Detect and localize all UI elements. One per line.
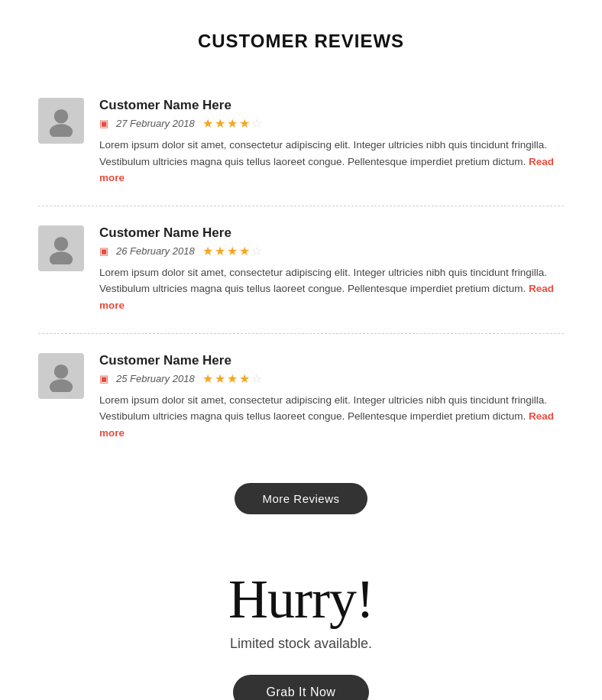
star-filled-icon: ★ <box>227 116 238 131</box>
star-filled-icon: ★ <box>215 371 225 386</box>
star-filled-icon: ★ <box>227 244 238 258</box>
calendar-icon: ▣ <box>99 118 108 129</box>
hurry-section: Hurry! Limited stock available. Grab It … <box>38 553 564 700</box>
review-date: 26 February 2018 <box>116 245 195 257</box>
svg-point-3 <box>50 251 73 264</box>
svg-point-2 <box>54 237 68 251</box>
star-filled-icon: ★ <box>215 244 225 258</box>
review-text: Lorem ipsum dolor sit amet, consectetur … <box>99 137 564 186</box>
review-content: Customer Name Here ▣ 27 February 2018 ★★… <box>99 98 564 186</box>
star-rating: ★★★★☆ <box>202 244 262 258</box>
calendar-icon: ▣ <box>99 373 108 384</box>
review-item: Customer Name Here ▣ 25 February 2018 ★★… <box>38 334 564 461</box>
star-rating: ★★★★☆ <box>202 371 262 386</box>
hurry-title: Hurry! <box>38 568 564 631</box>
star-filled-icon: ★ <box>239 371 250 386</box>
review-meta: ▣ 26 February 2018 ★★★★☆ <box>99 244 564 258</box>
review-date: 27 February 2018 <box>116 118 195 129</box>
calendar-icon: ▣ <box>99 245 108 257</box>
star-filled-icon: ★ <box>202 116 213 131</box>
review-item: Customer Name Here ▣ 27 February 2018 ★★… <box>38 79 564 206</box>
reviewer-name: Customer Name Here <box>99 225 564 241</box>
reviewer-name: Customer Name Here <box>99 353 564 368</box>
star-empty-icon: ☆ <box>251 116 262 131</box>
svg-point-5 <box>50 379 73 392</box>
more-reviews-button[interactable]: More Reviews <box>235 483 367 514</box>
star-filled-icon: ★ <box>227 371 238 386</box>
review-text: Lorem ipsum dolor sit amet, consectetur … <box>99 392 564 442</box>
star-filled-icon: ★ <box>202 371 213 386</box>
review-item: Customer Name Here ▣ 26 February 2018 ★★… <box>38 206 564 334</box>
read-more-link[interactable]: Read more <box>99 410 554 439</box>
review-meta: ▣ 25 February 2018 ★★★★☆ <box>99 371 564 386</box>
section-title: CUSTOMER REVIEWS <box>38 31 564 52</box>
star-filled-icon: ★ <box>239 116 250 131</box>
review-content: Customer Name Here ▣ 25 February 2018 ★★… <box>99 353 564 442</box>
avatar <box>38 353 84 399</box>
reviewer-name: Customer Name Here <box>99 98 564 113</box>
read-more-link[interactable]: Read more <box>99 156 554 184</box>
hurry-subtitle: Limited stock available. <box>38 636 564 652</box>
page-wrapper: CUSTOMER REVIEWS Customer Name Here ▣ 27… <box>0 0 602 700</box>
review-date: 25 February 2018 <box>116 373 195 384</box>
star-rating: ★★★★☆ <box>202 116 262 131</box>
star-filled-icon: ★ <box>239 244 250 258</box>
avatar <box>38 225 84 271</box>
svg-point-0 <box>54 109 68 123</box>
star-filled-icon: ★ <box>215 116 225 131</box>
svg-point-1 <box>50 124 73 137</box>
star-empty-icon: ☆ <box>251 371 262 386</box>
read-more-link[interactable]: Read more <box>99 283 554 311</box>
review-meta: ▣ 27 February 2018 ★★★★☆ <box>99 116 564 131</box>
star-empty-icon: ☆ <box>251 244 262 258</box>
review-content: Customer Name Here ▣ 26 February 2018 ★★… <box>99 225 564 314</box>
grab-it-now-button[interactable]: Grab It Now <box>233 675 370 700</box>
svg-point-4 <box>54 364 68 378</box>
reviews-list: Customer Name Here ▣ 27 February 2018 ★★… <box>38 79 564 460</box>
star-filled-icon: ★ <box>202 244 213 258</box>
review-text: Lorem ipsum dolor sit amet, consectetur … <box>99 264 564 314</box>
more-reviews-wrapper: More Reviews <box>38 483 564 514</box>
avatar <box>38 98 84 144</box>
